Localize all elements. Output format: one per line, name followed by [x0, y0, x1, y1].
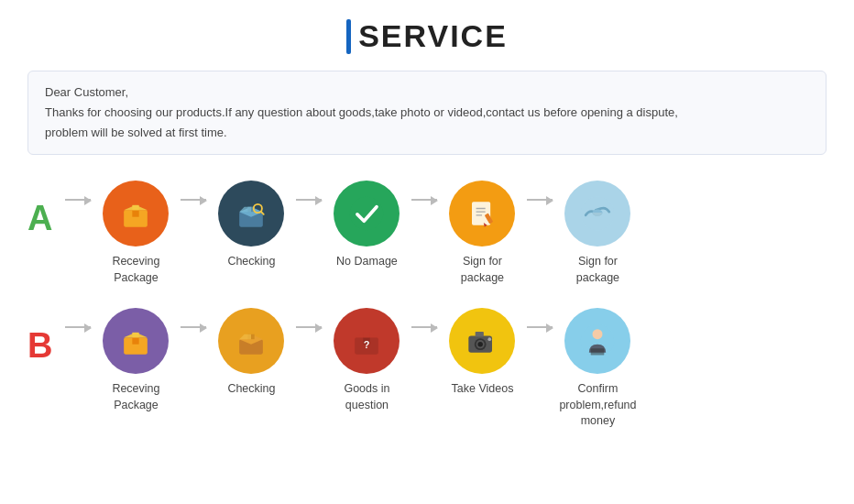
- package-b-icon: [115, 321, 156, 361]
- svg-marker-7: [240, 207, 252, 213]
- step-b3: ? Goods in question: [325, 308, 408, 413]
- checking-icon: [231, 193, 271, 234]
- notice-line1: Dear Customer,: [45, 82, 809, 103]
- step-a5: Sign for package: [556, 181, 639, 286]
- step-a1-label: Receving Package: [94, 254, 177, 286]
- step-a3-label: No Damage: [336, 254, 398, 270]
- checking-b-icon: [231, 321, 271, 361]
- arrow-icon: [65, 326, 91, 328]
- arrow-a3: [408, 199, 441, 201]
- arrow-icon: [411, 199, 437, 201]
- step-b4-label: Take Videos: [452, 381, 514, 398]
- arrow-a0: [61, 199, 94, 201]
- notice-line3: problem will be solved at first time.: [45, 123, 809, 143]
- svg-point-10: [350, 197, 384, 231]
- step-b2: Checking: [210, 308, 292, 398]
- arrow-icon: [181, 199, 206, 201]
- step-b5-icon: [564, 308, 630, 374]
- arrow-icon: [181, 326, 206, 328]
- svg-rect-22: [133, 333, 139, 338]
- confirm-refund-icon: [577, 321, 618, 361]
- step-b1-label: Receving Package: [94, 381, 177, 413]
- sign-document-icon: [462, 193, 502, 234]
- flow-letter-a: A: [27, 201, 52, 236]
- arrow-b2: [292, 326, 325, 328]
- step-a1-icon: [103, 181, 169, 247]
- svg-rect-3: [133, 205, 139, 211]
- page-title-container: SERVICE: [346, 18, 508, 54]
- svg-point-39: [593, 329, 603, 339]
- step-b4: Take Videos: [441, 308, 523, 398]
- step-b1: Receving Package: [94, 308, 177, 413]
- step-a2-label: Checking: [227, 254, 275, 270]
- svg-marker-26: [240, 334, 252, 340]
- arrow-b4: [523, 326, 556, 328]
- camera-icon: [462, 321, 502, 361]
- arrow-a4: [523, 199, 556, 201]
- arrow-b0: [61, 326, 94, 328]
- svg-text:?: ?: [364, 340, 370, 351]
- flow-b-steps: Receving Package Checking: [94, 308, 827, 430]
- flow-letter-b: B: [27, 328, 52, 363]
- title-accent-bar: [346, 19, 351, 54]
- arrow-icon: [527, 326, 553, 328]
- arrow-a1: [177, 199, 210, 201]
- svg-point-37: [488, 338, 492, 342]
- checkmark-icon: [346, 193, 387, 234]
- question-box-icon: ?: [346, 321, 387, 361]
- step-a4-icon: [449, 181, 515, 247]
- svg-rect-36: [476, 332, 484, 337]
- step-b3-label: Goods in question: [325, 381, 408, 413]
- step-a4-label: Sign for package: [441, 254, 523, 286]
- step-a1: Receving Package: [94, 181, 177, 286]
- svg-point-35: [478, 342, 484, 347]
- arrow-a2: [292, 199, 325, 201]
- flow-b: B Receving Package: [27, 308, 827, 430]
- arrow-icon: [65, 199, 91, 201]
- step-b3-icon: ?: [334, 308, 400, 374]
- step-a4: Sign for package: [441, 181, 523, 286]
- handshake-icon: [577, 193, 618, 234]
- notice-box: Dear Customer, Thanks for choosing our p…: [27, 71, 827, 155]
- svg-rect-2: [133, 211, 139, 217]
- package-icon: [115, 193, 156, 234]
- svg-rect-40: [591, 349, 605, 356]
- flow-a-steps: Receving Package Checking: [94, 181, 827, 286]
- arrow-icon: [296, 326, 322, 328]
- svg-rect-30: [364, 333, 370, 338]
- arrow-b1: [177, 326, 210, 328]
- step-a2-icon: [218, 181, 284, 247]
- step-a5-label: Sign for package: [556, 254, 639, 286]
- step-b4-icon: [449, 308, 515, 374]
- step-b1-icon: [103, 308, 169, 374]
- page-title: SERVICE: [358, 18, 508, 54]
- svg-rect-21: [133, 338, 139, 345]
- step-a3-icon: [334, 181, 400, 247]
- flow-a: A Receving Package: [27, 181, 827, 286]
- step-b2-label: Checking: [227, 381, 275, 398]
- step-a5-icon: [564, 181, 630, 247]
- arrow-icon: [296, 199, 322, 201]
- step-a2: Checking: [210, 181, 292, 270]
- notice-line2: Thanks for choosing our products.If any …: [45, 103, 809, 123]
- arrow-icon: [527, 199, 553, 201]
- step-b5: Confirm problem,refund money: [556, 308, 639, 430]
- step-a3: No Damage: [325, 181, 408, 270]
- arrow-icon: [411, 326, 437, 328]
- arrow-b3: [408, 326, 441, 328]
- step-b5-label: Confirm problem,refund money: [556, 381, 639, 430]
- step-b2-icon: [218, 308, 284, 374]
